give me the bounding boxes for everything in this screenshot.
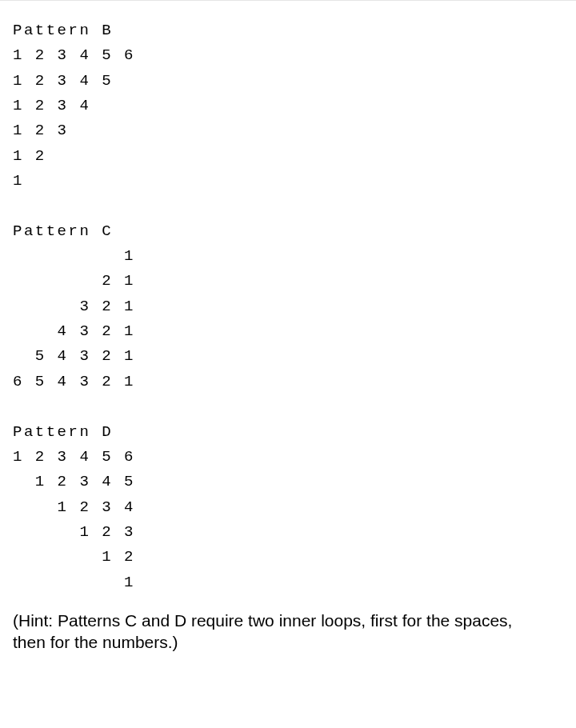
pattern-b-line: 1 2	[13, 147, 46, 165]
pattern-c-title: Pattern C	[13, 222, 113, 240]
pattern-b-line: 1 2 3 4	[13, 97, 90, 114]
pattern-d-line: 1	[13, 574, 135, 591]
code-output: Pattern B 1 2 3 4 5 6 1 2 3 4 5 1 2 3 4 …	[13, 1, 563, 603]
pattern-d-title: Pattern D	[13, 423, 113, 441]
pattern-d-line: 1 2 3 4 5	[13, 473, 135, 490]
pattern-b-title: Pattern B	[13, 22, 113, 39]
pattern-d-line: 1 2 3 4 5 6	[13, 448, 135, 466]
pattern-c-line: 2 1	[13, 272, 135, 290]
pattern-b-line: 1 2 3 4 5	[13, 72, 113, 90]
pattern-c-line: 5 4 3 2 1	[13, 347, 135, 365]
pattern-c-line: 3 2 1	[13, 298, 135, 315]
pattern-b-line: 1	[13, 172, 24, 190]
pattern-b-line: 1 2 3	[13, 122, 69, 139]
pattern-b-line: 1 2 3 4 5 6	[13, 46, 135, 64]
pattern-c-line: 1	[13, 247, 135, 265]
pattern-d-line: 1 2	[13, 548, 135, 566]
hint-text: (Hint: Patterns C and D require two inne…	[13, 603, 525, 654]
pattern-c-line: 6 5 4 3 2 1	[13, 373, 135, 390]
pattern-c-line: 4 3 2 1	[13, 322, 135, 340]
pattern-d-line: 1 2 3	[13, 523, 135, 541]
page-content: Pattern B 1 2 3 4 5 6 1 2 3 4 5 1 2 3 4 …	[0, 0, 576, 654]
pattern-d-line: 1 2 3 4	[13, 498, 135, 516]
